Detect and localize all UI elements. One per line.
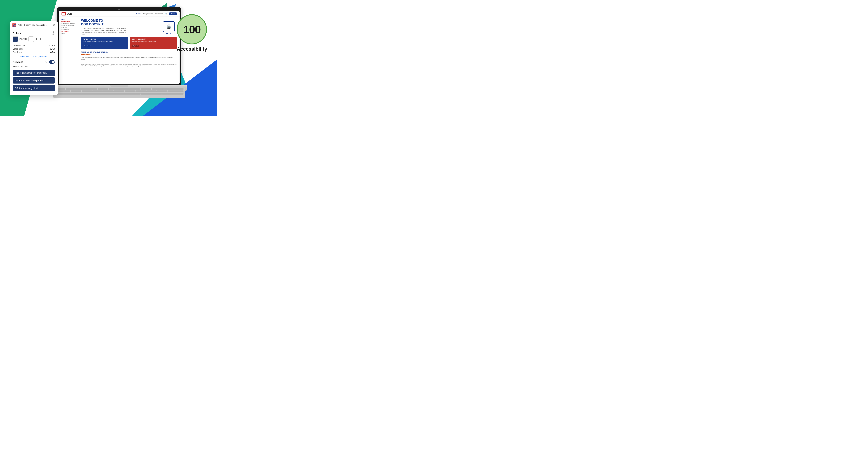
svg-rect-1: [14, 24, 16, 25]
keyboard-row-1: [55, 88, 184, 90]
panel-body: Colors ? 213A6D FFFFFF Contrast ratio 11…: [10, 29, 58, 95]
large-text-value: AAA: [50, 47, 55, 50]
dob-hero-row: WELCOME TO DOB DOCSKIT DOCSKIT IS A LORE…: [81, 19, 177, 37]
nav-home[interactable]: Home: [136, 13, 141, 15]
key: [141, 88, 151, 90]
sidebar-git[interactable]: Using git: [61, 27, 76, 28]
key: [162, 88, 173, 90]
large-text-row: Large text AAA: [12, 47, 55, 50]
info-icon[interactable]: ?: [52, 31, 55, 35]
dob-logo-icon: [62, 12, 66, 15]
key: [119, 88, 130, 90]
key: [130, 88, 141, 90]
laptop-screen-outer: DOB Home Best practices Get started 🔍 Bu…: [57, 7, 181, 85]
preview-large-text: 18pt text is large text.: [12, 85, 55, 91]
app-icon: [12, 23, 16, 27]
color-swatches: 213A6D FFFFFF: [12, 36, 55, 42]
key: [141, 93, 162, 95]
dob-logo: DOB: [62, 12, 72, 15]
sidebar-dev-workflow[interactable]: Development workflow: [61, 23, 76, 24]
key: [66, 88, 76, 90]
dob-card-red-title: NEW TO DOCSKIT?: [131, 38, 175, 40]
svg-rect-0: [13, 24, 14, 25]
refresh-icon[interactable]: ↻: [45, 61, 48, 63]
dob-cards: READY TO DIVE IN? Lorem ipsum dolor sit …: [81, 37, 177, 49]
dob-body-text-2: Donec ut leo tincidunt, tempor odio sit …: [81, 63, 177, 67]
nav-best-practices[interactable]: Best practices: [143, 13, 153, 15]
key: [76, 88, 87, 90]
key: [82, 91, 92, 92]
small-text-value: AAA: [50, 51, 55, 54]
dob-card-red-text: Learn the basics lorem ipsum dolor sit a…: [131, 41, 175, 42]
dob-nav-button[interactable]: Button: [169, 12, 177, 15]
svg-point-4: [62, 13, 63, 14]
key: [152, 88, 162, 90]
svg-point-5: [63, 13, 64, 14]
sidebar-development[interactable]: Development: [61, 29, 76, 30]
nav-get-started[interactable]: Get started: [155, 13, 163, 15]
dob-steps-label: 4 EASY STEPS: [81, 54, 177, 56]
svg-point-6: [64, 13, 65, 14]
dob-logo-text: DOB: [66, 12, 72, 15]
dob-card-blue: READY TO DIVE IN? Lorem ipsum dolor sit …: [81, 37, 128, 49]
panel-close-button[interactable]: ✕: [53, 24, 55, 27]
dob-card-red-btn[interactable]: Try it out: [131, 45, 139, 47]
panel-titlebar-left: Able – Friction free accessibi...: [12, 23, 46, 27]
dob-body-text-1: Lorem markdownum mecum arcum erigor spol…: [81, 57, 177, 60]
dob-search-icon[interactable]: 🔍: [165, 13, 167, 15]
dob-main: WELCOME TO DOB DOCSKIT DOCSKIT IS A LORE…: [78, 17, 180, 84]
sidebar-contrib[interactable]: Contribution guidelines: [61, 25, 76, 26]
key: [98, 88, 108, 90]
preview-bold-text: 14pt bold text is large text.: [12, 77, 55, 84]
score-label: Accessibility: [177, 46, 207, 52]
dob-tertius-label: TERTIUS: [165, 33, 173, 34]
sidebar-install[interactable]: Install: [61, 33, 76, 34]
contrast-ratio-row: Contrast ratio 11.11:1: [12, 44, 55, 47]
key: [103, 91, 114, 92]
swatch-light-label: FFFFFF: [35, 38, 43, 40]
swatch-dark-label: 213A6D: [19, 38, 27, 40]
preview-label: Preview: [12, 60, 23, 63]
key: [87, 88, 98, 90]
laptop-camera: [118, 9, 120, 10]
swatch-dark: 213A6D: [12, 36, 27, 42]
dob-navbar: DOB Home Best practices Get started 🔍 Bu…: [59, 11, 180, 17]
colors-section-header: Colors ?: [12, 31, 55, 35]
dob-card-blue-title: READY TO DIVE IN?: [83, 38, 126, 40]
vision-dropdown[interactable]: Normal vision ▾: [12, 65, 55, 68]
swatch-dark-box[interactable]: [12, 36, 18, 42]
key: [157, 91, 167, 92]
svg-rect-2: [13, 25, 14, 27]
key: [135, 91, 146, 92]
key: [168, 91, 184, 92]
toggle-switch[interactable]: [49, 60, 55, 64]
preview-controls: ↻: [45, 60, 55, 64]
dob-build-title: BUILD YOUR DOCUMENTATION: [81, 52, 177, 53]
dob-card-blue-text: Lorem ipsum dolor sit amet, longa consec…: [83, 41, 126, 42]
dob-sidebar: Home Best practices Development workflow…: [59, 17, 78, 84]
sidebar-home[interactable]: Home: [61, 19, 76, 20]
key: [162, 93, 184, 95]
dob-tertius-icon-box: 🖨️: [163, 21, 175, 32]
dob-nav-links: Home Best practices Get started 🔍 Button: [136, 12, 177, 15]
swatch-light-box[interactable]: [28, 36, 34, 42]
svg-rect-7: [62, 14, 65, 15]
panel-title: Able – Friction free accessibi...: [18, 24, 46, 26]
laptop: DOB Home Best practices Get started 🔍 Bu…: [52, 7, 187, 107]
key: [173, 88, 184, 90]
key: [146, 91, 157, 92]
key: [71, 91, 81, 92]
key: [108, 88, 119, 90]
dob-hero-left: WELCOME TO DOB DOCSKIT DOCSKIT IS A LORE…: [81, 19, 159, 37]
dob-tertius-icon: 🖨️: [166, 24, 171, 29]
guidelines-link[interactable]: See color contrast guidelines: [12, 55, 55, 58]
keyboard-row-3: [55, 93, 184, 95]
preview-small-text: This is an example of small text.: [12, 70, 55, 76]
key-space: [55, 93, 140, 95]
able-panel: Able – Friction free accessibi... ✕ Colo…: [10, 21, 58, 95]
score-circle: 100: [177, 14, 207, 44]
dob-card-red: NEW TO DOCSKIT? Learn the basics lorem i…: [130, 37, 177, 49]
small-text-row: Small text AAA: [12, 51, 55, 54]
dob-card-blue-btn[interactable]: Get started: [83, 45, 92, 47]
laptop-screen: DOB Home Best practices Get started 🔍 Bu…: [59, 11, 180, 84]
